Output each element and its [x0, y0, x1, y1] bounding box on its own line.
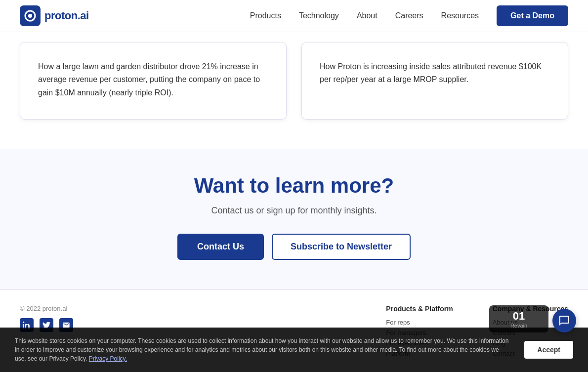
footer-col-products-heading: Products & Platform	[386, 305, 453, 313]
logo-icon	[20, 5, 41, 26]
revain-score: 01	[510, 310, 527, 323]
nav-item-technology[interactable]: Technology	[299, 11, 339, 20]
cta-section: Want to learn more? Contact us or sign u…	[0, 149, 588, 289]
get-demo-button[interactable]: Get a Demo	[497, 5, 568, 26]
main-nav: Products Technology About Careers Resour…	[250, 5, 568, 26]
nav-item-resources[interactable]: Resources	[441, 11, 479, 20]
cookie-banner: This website stores cookies on your comp…	[0, 328, 588, 372]
case-study-cards: How a large lawn and garden distributor …	[20, 32, 568, 120]
accept-button[interactable]: Accept	[524, 341, 573, 359]
card-proton-text: How Proton is increasing inside sales at…	[320, 60, 550, 86]
site-header: proton.ai Products Technology About Care…	[0, 0, 588, 32]
privacy-policy-link[interactable]: Privacy Policy.	[89, 355, 127, 362]
cta-buttons: Contact Us Subscribe to Newsletter	[20, 234, 568, 260]
footer-link-for-reps[interactable]: For reps	[386, 319, 453, 326]
logo-text: proton.ai	[44, 9, 89, 22]
cta-subtext: Contact us or sign up for monthly insigh…	[20, 206, 568, 216]
card-lawn-garden: How a large lawn and garden distributor …	[20, 42, 287, 120]
card-proton-mrop: How Proton is increasing inside sales at…	[301, 42, 568, 120]
nav-item-careers[interactable]: Careers	[395, 11, 423, 20]
cta-heading: Want to learn more?	[20, 174, 568, 198]
main-content: How a large lawn and garden distributor …	[0, 32, 588, 289]
subscribe-button[interactable]: Subscribe to Newsletter	[272, 234, 411, 260]
contact-us-button[interactable]: Contact Us	[177, 234, 264, 260]
svg-point-2	[28, 14, 32, 18]
footer-copyright: © 2022 proton.ai	[20, 305, 73, 312]
nav-item-about[interactable]: About	[357, 11, 378, 20]
nav-item-products[interactable]: Products	[250, 11, 281, 20]
card-lawn-text: How a large lawn and garden distributor …	[38, 60, 268, 99]
cookie-text: This website stores cookies on your comp…	[15, 336, 509, 363]
logo[interactable]: proton.ai	[20, 5, 89, 26]
chat-widget[interactable]	[552, 309, 576, 332]
chat-icon	[558, 315, 570, 327]
